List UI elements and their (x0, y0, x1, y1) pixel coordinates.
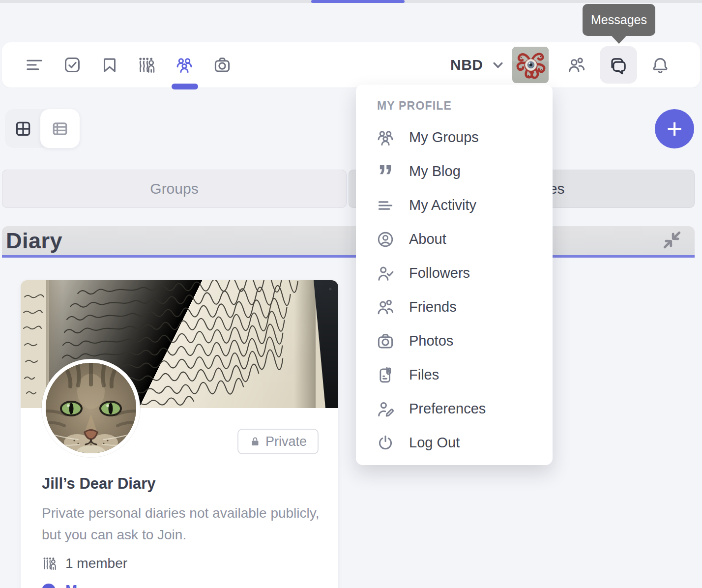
camera-icon (376, 331, 395, 351)
chevron-down-icon (490, 57, 506, 73)
nav-members-button[interactable] (136, 55, 157, 75)
feed-icon (25, 56, 44, 74)
menu-item-my-blog[interactable]: ” My Blog (356, 154, 553, 188)
nav-bookmarks-button[interactable] (99, 55, 120, 75)
site-name[interactable]: NBD (450, 42, 483, 88)
section-header-diary[interactable]: Diary (2, 226, 695, 258)
top-navbar: NBD (2, 42, 700, 88)
site-menu-toggle[interactable] (490, 57, 506, 73)
create-group-button[interactable]: + (655, 109, 694, 148)
collapse-icon (661, 229, 683, 251)
group-avatar-cat[interactable] (42, 359, 140, 457)
list-icon (51, 120, 69, 138)
menu-item-log-out[interactable]: Log Out (356, 426, 553, 460)
members-count-label: 1 member (65, 556, 127, 571)
notifications-button[interactable] (648, 55, 673, 75)
follower-icon (376, 264, 395, 283)
groups-icon (376, 128, 395, 147)
collapse-section-button[interactable] (661, 229, 683, 251)
power-icon (376, 433, 395, 453)
connections-button[interactable] (564, 55, 589, 75)
profile-menu-header: MY PROFILE (377, 99, 553, 113)
tasks-icon (63, 56, 82, 74)
group-card-footer[interactable]: M (42, 582, 77, 588)
people-icon (567, 56, 586, 74)
nav-feed-button[interactable] (24, 55, 45, 75)
camera-icon (213, 56, 232, 74)
tooltip-text: Messages (591, 13, 647, 27)
grid-view-button[interactable] (5, 109, 41, 148)
footer-partial-label: M (65, 582, 77, 588)
group-description-line2: but you can ask to Join. (42, 527, 186, 542)
nav-photos-button[interactable] (212, 55, 233, 75)
privacy-badge: Private (237, 429, 319, 454)
scroll-progress-track (0, 0, 702, 3)
menu-item-friends[interactable]: Friends (356, 290, 553, 324)
menu-item-about[interactable]: About (356, 222, 553, 256)
section-title: Diary (6, 228, 62, 254)
privacy-badge-label: Private (265, 434, 307, 449)
view-toggle (5, 109, 80, 148)
tab-groups[interactable]: Groups (2, 170, 347, 208)
menu-item-followers[interactable]: Followers (356, 256, 553, 290)
members-icon (137, 56, 156, 74)
app-screen: NBD (0, 0, 702, 588)
profile-avatar[interactable] (512, 47, 549, 83)
quote-icon: ” (376, 162, 395, 181)
grid-icon (14, 120, 32, 138)
group-title[interactable]: Jill’s Dear Diary (42, 475, 156, 493)
menu-item-files[interactable]: Files (356, 358, 553, 392)
menu-item-photos[interactable]: Photos (356, 324, 553, 358)
user-circle-icon (376, 230, 395, 249)
scroll-progress-thumb[interactable] (311, 0, 405, 3)
profile-dropdown: MY PROFILE My Groups ” My Blog My Activi… (356, 85, 553, 465)
members-icon (42, 556, 57, 571)
menu-item-preferences[interactable]: Preferences (356, 392, 553, 426)
activity-icon (376, 196, 395, 215)
avatar-octopus-eye-image (512, 47, 549, 83)
messages-button[interactable] (600, 46, 637, 84)
bell-icon (651, 56, 670, 74)
active-nav-indicator (172, 84, 198, 89)
nav-groups-button[interactable] (174, 55, 195, 75)
members-count-row: 1 member (42, 556, 127, 571)
list-view-button[interactable] (40, 109, 80, 148)
lock-icon (249, 436, 261, 447)
messages-tooltip: Messages (583, 4, 655, 36)
group-card[interactable]: Private Jill’s Dear Diary Private person… (21, 280, 338, 588)
bookmark-icon (100, 56, 119, 74)
footer-info-icon (42, 584, 56, 588)
friends-icon (376, 297, 395, 317)
plus-icon: + (667, 113, 683, 144)
files-icon (376, 365, 395, 385)
group-description-line1: Private personal diaries not available p… (42, 505, 319, 521)
messages-icon (609, 55, 628, 75)
edit-user-icon (376, 399, 395, 419)
tab-groups-label: Groups (150, 180, 198, 197)
group-description: Private personal diaries not available p… (42, 502, 327, 546)
menu-item-my-groups[interactable]: My Groups (356, 120, 553, 154)
nav-tasks-button[interactable] (62, 55, 83, 75)
groups-icon (175, 56, 194, 74)
